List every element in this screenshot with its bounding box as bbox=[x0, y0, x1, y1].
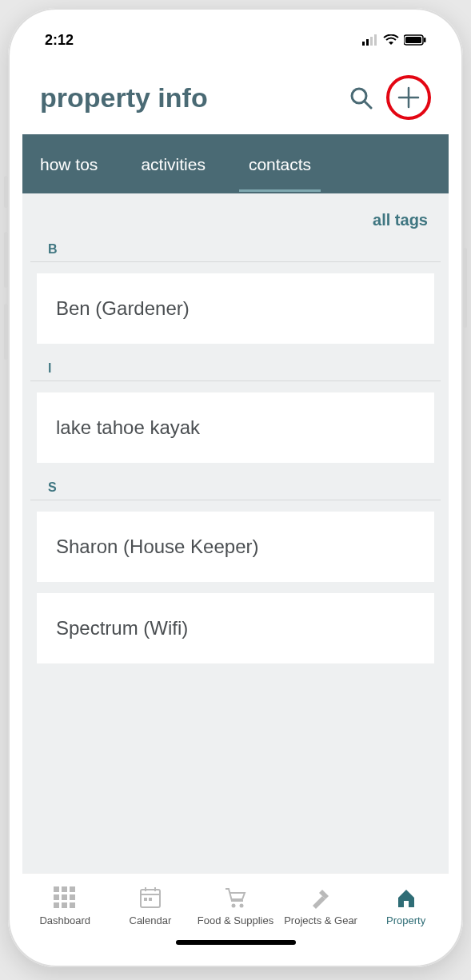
svg-rect-19 bbox=[70, 902, 75, 908]
home-indicator[interactable] bbox=[176, 940, 296, 945]
page-title: property info bbox=[40, 82, 335, 114]
svg-rect-3 bbox=[374, 34, 377, 46]
nav-label: Property bbox=[386, 914, 425, 926]
nav-calendar[interactable]: Calendar bbox=[110, 886, 190, 926]
nav-label: Dashboard bbox=[39, 914, 90, 926]
tab-activities[interactable]: activities bbox=[138, 137, 209, 190]
svg-rect-11 bbox=[54, 886, 59, 892]
svg-rect-16 bbox=[70, 894, 75, 900]
status-time: 2:12 bbox=[45, 32, 74, 49]
volume-button bbox=[4, 232, 8, 288]
search-icon bbox=[349, 86, 373, 110]
battery-icon bbox=[404, 34, 426, 46]
svg-rect-2 bbox=[370, 37, 373, 46]
calendar-icon bbox=[139, 886, 162, 911]
svg-rect-1 bbox=[366, 39, 369, 46]
home-icon bbox=[395, 886, 417, 911]
svg-rect-13 bbox=[70, 886, 75, 892]
section-header: l bbox=[30, 355, 441, 381]
page-header: property info bbox=[22, 58, 449, 134]
nav-dashboard[interactable]: Dashboard bbox=[25, 886, 105, 926]
tab-contacts[interactable]: contacts bbox=[245, 137, 314, 190]
wifi-icon bbox=[383, 34, 399, 46]
filter-row: all tags bbox=[22, 193, 449, 236]
nav-projects-gear[interactable]: Projects & Gear bbox=[281, 886, 361, 926]
cart-icon bbox=[224, 886, 246, 911]
section-header: S bbox=[30, 474, 441, 500]
contact-item[interactable]: Sharon (House Keeper) bbox=[37, 512, 434, 582]
cellular-icon bbox=[362, 34, 378, 46]
section-header: B bbox=[30, 236, 441, 262]
nav-food-supplies[interactable]: Food & Supplies bbox=[195, 886, 275, 926]
svg-rect-17 bbox=[54, 902, 59, 908]
content-area: all tags BBen (Gardener)llake tahoe kaya… bbox=[22, 193, 449, 873]
add-button[interactable] bbox=[386, 75, 431, 120]
hammer-icon bbox=[309, 886, 332, 911]
svg-rect-5 bbox=[405, 37, 421, 43]
nav-label: Projects & Gear bbox=[284, 914, 357, 926]
svg-rect-22 bbox=[144, 898, 147, 901]
screen: 2:12 property info how tosactivitiescont… bbox=[22, 22, 449, 953]
tab-how-tos[interactable]: how tos bbox=[37, 137, 101, 190]
svg-rect-12 bbox=[62, 886, 67, 892]
svg-point-26 bbox=[232, 904, 236, 908]
contact-item[interactable]: Ben (Gardener) bbox=[37, 273, 434, 344]
svg-rect-15 bbox=[62, 894, 67, 900]
phone-frame: 2:12 property info how tosactivitiescont… bbox=[8, 8, 463, 967]
volume-button bbox=[4, 176, 8, 208]
tab-bar: how tosactivitiescontacts bbox=[22, 134, 449, 193]
nav-label: Calendar bbox=[130, 914, 172, 926]
nav-property[interactable]: Property bbox=[366, 886, 446, 926]
status-bar: 2:12 bbox=[22, 22, 449, 58]
svg-line-8 bbox=[365, 102, 371, 108]
grid-icon bbox=[54, 886, 76, 911]
filter-all-tags[interactable]: all tags bbox=[373, 211, 428, 229]
plus-icon bbox=[397, 86, 421, 110]
power-button bbox=[463, 248, 467, 328]
svg-rect-18 bbox=[62, 902, 67, 908]
status-icons bbox=[362, 34, 426, 46]
svg-rect-0 bbox=[362, 42, 365, 46]
nav-label: Food & Supplies bbox=[198, 914, 273, 926]
contact-item[interactable]: Spectrum (Wifi) bbox=[37, 593, 434, 663]
svg-point-27 bbox=[240, 904, 244, 908]
svg-rect-23 bbox=[149, 898, 152, 901]
search-button[interactable] bbox=[345, 82, 377, 114]
volume-button bbox=[4, 304, 8, 360]
svg-rect-6 bbox=[424, 38, 426, 42]
contact-item[interactable]: lake tahoe kayak bbox=[37, 392, 434, 463]
svg-rect-14 bbox=[54, 894, 59, 900]
